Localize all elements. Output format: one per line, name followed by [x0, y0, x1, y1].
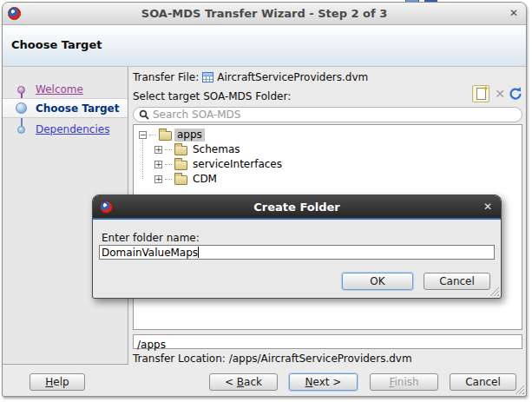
tree-connector — [165, 179, 172, 180]
expand-icon[interactable]: + — [154, 161, 162, 168]
cancel-button[interactable]: Cancel — [450, 373, 516, 391]
sidebar-item-choose-target[interactable]: Choose Target — [3, 98, 128, 118]
new-folder-button[interactable]: ✦ — [472, 85, 489, 102]
close-icon[interactable]: ✕ — [509, 7, 518, 19]
window-title: SOA-MDS Transfer Wizard - Step 2 of 3 — [3, 7, 526, 20]
target-path-field[interactable] — [133, 334, 522, 349]
transfer-file-label: Transfer File: — [133, 71, 199, 83]
tree-row-serviceinterfaces[interactable]: + serviceInterfaces — [154, 157, 285, 172]
sidebar-item-label[interactable]: Welcome — [36, 83, 83, 96]
sidebar-item-label[interactable]: Dependencies — [36, 123, 109, 135]
tree-node-label[interactable]: apps — [174, 129, 205, 142]
expand-icon[interactable]: + — [154, 175, 162, 183]
star-icon: ✦ — [483, 84, 489, 93]
expand-icon[interactable]: + — [154, 146, 162, 154]
help-button[interactable]: Help — [30, 373, 85, 391]
wizard-titlebar[interactable]: SOA-MDS Transfer Wizard - Step 2 of 3 ✕ — [3, 3, 526, 25]
folder-icon — [174, 146, 187, 155]
resize-grip[interactable] — [489, 287, 499, 296]
dialog-title: Create Folder — [93, 201, 501, 214]
page-title: Choose Target — [11, 38, 102, 51]
collapse-icon[interactable]: − — [139, 131, 147, 139]
close-icon[interactable]: ✕ — [483, 201, 492, 213]
tree-connector — [165, 149, 172, 150]
sidebar-item-welcome[interactable]: Welcome — [3, 81, 128, 98]
folder-icon — [174, 175, 187, 185]
tree-connector — [165, 164, 172, 165]
folder-icon — [174, 161, 187, 170]
transfer-location-text: Transfer Location: /apps/AircraftService… — [133, 353, 412, 365]
step-dot-icon — [17, 126, 25, 134]
target-path-input[interactable] — [134, 339, 522, 352]
new-folder-icon: ✦ — [476, 88, 486, 100]
folder-name-label: Enter folder name: — [102, 232, 200, 244]
transfer-file-line: Transfer File: AircraftServiceProviders.… — [133, 71, 368, 83]
transfer-file-name: AircraftServiceProviders.dvm — [217, 71, 368, 83]
search-field[interactable] — [133, 107, 522, 122]
tree-connector — [149, 135, 156, 135]
tree-node-label[interactable]: serviceInterfaces — [190, 158, 285, 171]
tree-row-apps[interactable]: − apps — [139, 128, 205, 142]
tree-row-schemas[interactable]: + Schemas — [154, 142, 243, 157]
folder-icon — [159, 131, 172, 141]
refresh-icon[interactable] — [508, 86, 523, 102]
screenshot-stage: SOA-MDS Transfer Wizard - Step 2 of 3 ✕ … — [0, 0, 532, 402]
tree-node-label[interactable]: CDM — [190, 173, 220, 186]
text-caret — [198, 247, 199, 258]
search-input[interactable] — [153, 109, 516, 121]
step-dot-icon — [17, 86, 25, 94]
sidebar-item-dependencies[interactable]: Dependencies — [3, 121, 128, 138]
current-step-dot-icon — [16, 102, 27, 114]
folder-name-value: DomainValueMaps — [102, 247, 198, 259]
back-button[interactable]: < Back — [209, 373, 278, 391]
wizard-step-header: Choose Target — [3, 25, 526, 67]
dvm-file-icon — [202, 72, 213, 82]
dialog-titlebar[interactable]: Create Folder ✕ — [93, 195, 501, 220]
ok-button[interactable]: OK — [342, 273, 413, 290]
select-target-line: Select target SOA-MDS Folder: — [133, 90, 291, 102]
dialog-cancel-button[interactable]: Cancel — [424, 273, 490, 290]
select-target-label: Select target SOA-MDS Folder: — [133, 90, 291, 102]
tree-row-cdm[interactable]: + CDM — [154, 172, 220, 187]
tree-node-label[interactable]: Schemas — [190, 143, 243, 156]
search-icon — [139, 109, 149, 120]
finish-button[interactable]: Finish — [370, 373, 438, 391]
create-folder-dialog: Create Folder ✕ Enter folder name: Domai… — [92, 194, 502, 299]
sidebar-item-label: Choose Target — [36, 102, 119, 115]
delete-folder-icon[interactable]: ✕ — [493, 87, 507, 101]
folder-name-field[interactable]: DomainValueMaps — [99, 245, 495, 260]
next-button[interactable]: Next > — [289, 373, 358, 391]
